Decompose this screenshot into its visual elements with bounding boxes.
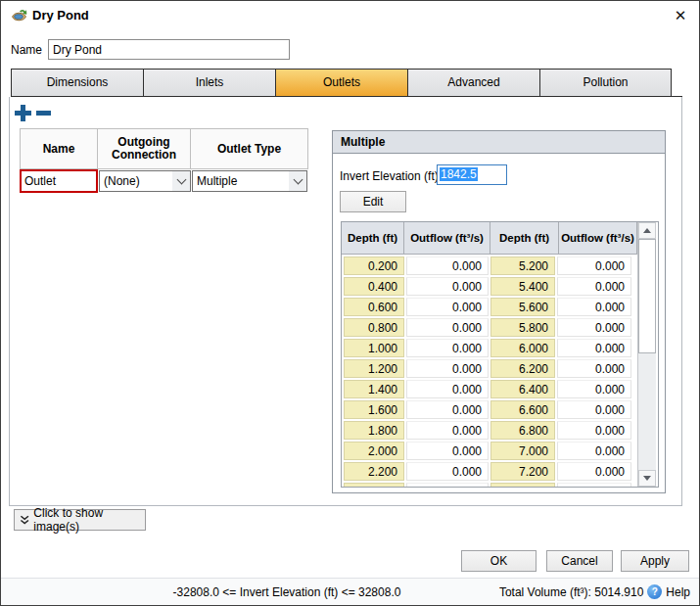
- name-input[interactable]: [48, 39, 290, 60]
- table-row: 1.4000.0006.4000.000: [342, 380, 637, 398]
- help-link[interactable]: Help: [666, 585, 690, 599]
- table-row: 2.2000.0007.2000.000: [342, 462, 637, 481]
- tab-dimensions[interactable]: Dimensions: [11, 69, 143, 97]
- depth-cell[interactable]: 2.200: [344, 462, 404, 481]
- depth-cell[interactable]: 0.800: [344, 318, 404, 337]
- depth-cell[interactable]: 7.200: [490, 462, 555, 481]
- apply-button[interactable]: Apply: [621, 550, 689, 572]
- outlet-type-value: Multiple: [197, 174, 237, 188]
- dry-pond-dialog: Dry Pond ✕ Name Dimensions Inlets Outlet…: [0, 0, 700, 606]
- depth-cell[interactable]: 5.400: [490, 277, 555, 296]
- outflow-table-body: 0.2000.0005.2000.0000.4000.0005.4000.000…: [342, 256, 637, 487]
- outflow-cell[interactable]: 0.000: [406, 318, 489, 337]
- status-right-group: Total Volume (ft³): 5014.910 ? Help: [499, 584, 690, 599]
- outflow-cell[interactable]: 0.000: [406, 298, 489, 316]
- outflow-cell[interactable]: 0.000: [406, 400, 489, 419]
- col-outflow-1: Outflow (ft³/s): [404, 222, 490, 255]
- table-row: 1.6000.0006.6000.000: [342, 400, 637, 419]
- ok-button[interactable]: OK: [461, 550, 537, 572]
- outflow-cell[interactable]: 0.000: [557, 339, 631, 357]
- outflow-cell[interactable]: 0.000: [406, 421, 489, 440]
- tab-pollution[interactable]: Pollution: [539, 69, 672, 97]
- outlet-type-dropdown[interactable]: Multiple: [192, 170, 307, 192]
- outflow-cell[interactable]: 0.000: [557, 421, 631, 440]
- col-outflow-2: Outflow (ft³/s): [559, 222, 637, 255]
- outlet-name-cell[interactable]: Outlet: [20, 169, 98, 193]
- outflow-cell[interactable]: 0.000: [406, 380, 489, 398]
- outflow-cell[interactable]: 0.000: [557, 462, 631, 481]
- remove-outlet-icon[interactable]: [36, 111, 51, 116]
- table-row: 1.2000.0006.2000.000: [342, 359, 637, 378]
- table-row: 2.0000.0007.0000.000: [342, 442, 637, 460]
- outflow-cell[interactable]: 0.000: [406, 359, 489, 378]
- outflow-cell[interactable]: 0.000: [557, 359, 631, 378]
- depth-cell[interactable]: 6.800: [490, 421, 555, 440]
- add-outlet-icon[interactable]: [15, 105, 31, 121]
- tab-inlets[interactable]: Inlets: [143, 69, 275, 97]
- outflow-table-header: Depth (ft) Outflow (ft³/s) Depth (ft) Ou…: [342, 222, 637, 255]
- chevron-down-icon[interactable]: [289, 171, 306, 191]
- table-row: 1.0000.0006.0000.000: [342, 339, 637, 357]
- depth-cell[interactable]: 7.400: [490, 483, 555, 487]
- depth-cell[interactable]: 6.600: [490, 400, 555, 419]
- outflow-cell[interactable]: 0.000: [406, 483, 489, 487]
- depth-cell[interactable]: 6.000: [490, 339, 555, 357]
- outflow-cell[interactable]: 0.000: [406, 462, 489, 481]
- double-chevron-down-icon: [20, 515, 29, 526]
- cancel-button[interactable]: Cancel: [546, 550, 613, 572]
- depth-cell[interactable]: 1.200: [344, 359, 404, 378]
- chevron-down-icon[interactable]: [172, 171, 190, 191]
- depth-cell[interactable]: 2.000: [344, 442, 404, 460]
- outgoing-connection-dropdown[interactable]: (None): [99, 170, 191, 192]
- close-icon[interactable]: ✕: [668, 4, 693, 27]
- depth-cell[interactable]: 1.800: [344, 421, 404, 440]
- outflow-cell[interactable]: 0.000: [557, 380, 631, 398]
- outflow-cell[interactable]: 0.000: [557, 298, 631, 316]
- scroll-down-icon[interactable]: [638, 470, 656, 487]
- edit-button[interactable]: Edit: [340, 191, 406, 212]
- depth-cell[interactable]: 2.400: [344, 483, 404, 487]
- table-row: 0.8000.0005.8000.000: [342, 318, 637, 337]
- outflow-cell[interactable]: 0.000: [557, 400, 631, 419]
- depth-cell[interactable]: 1.600: [344, 400, 404, 419]
- tab-advanced[interactable]: Advanced: [407, 69, 539, 97]
- outflow-cell[interactable]: 0.000: [406, 339, 489, 357]
- depth-cell[interactable]: 6.400: [490, 380, 555, 398]
- depth-cell[interactable]: 6.200: [490, 359, 555, 378]
- depth-cell[interactable]: 5.600: [490, 298, 555, 316]
- scroll-up-icon[interactable]: [638, 222, 656, 239]
- validation-range-text: -32808.0 <= Invert Elevation (ft) <= 328…: [111, 585, 463, 599]
- depth-cell[interactable]: 1.000: [344, 339, 404, 357]
- depth-cell[interactable]: 7.000: [490, 442, 555, 460]
- help-icon[interactable]: ?: [647, 584, 662, 599]
- outflow-cell[interactable]: 0.000: [406, 277, 489, 296]
- outflow-cell[interactable]: 0.000: [557, 318, 631, 337]
- depth-cell[interactable]: 5.800: [490, 318, 555, 337]
- column-header-outgoing-connection: Outgoing Connection: [98, 128, 191, 169]
- column-header-outlet-type: Outlet Type: [191, 128, 308, 169]
- outgoing-connection-value: (None): [104, 174, 140, 188]
- depth-cell[interactable]: 0.200: [344, 256, 404, 275]
- invert-elevation-input[interactable]: 1842.5: [437, 164, 507, 185]
- outflow-cell[interactable]: 0.000: [557, 483, 631, 487]
- window-title: Dry Pond: [32, 1, 89, 30]
- outflow-cell[interactable]: 0.000: [557, 442, 631, 460]
- scrollbar-track[interactable]: [638, 353, 656, 470]
- total-volume-text: Total Volume (ft³): 5014.910: [499, 585, 643, 599]
- depth-cell[interactable]: 0.600: [344, 298, 404, 316]
- outflow-cell[interactable]: 0.000: [557, 256, 631, 275]
- depth-cell[interactable]: 5.200: [490, 256, 555, 275]
- outlet-list-grid: Name Outgoing Connection Outlet Type Out…: [20, 128, 308, 193]
- table-row: 1.8000.0006.8000.000: [342, 421, 637, 440]
- outlet-row: Outlet (None) Multiple: [20, 169, 308, 193]
- depth-cell[interactable]: 0.400: [344, 277, 404, 296]
- vertical-scrollbar[interactable]: [637, 222, 656, 487]
- depth-cell[interactable]: 1.400: [344, 380, 404, 398]
- show-images-button[interactable]: Click to show image(s): [14, 509, 146, 531]
- scrollbar-thumb[interactable]: [638, 239, 656, 353]
- pond-icon: [11, 8, 27, 23]
- tab-outlets[interactable]: Outlets: [275, 69, 407, 97]
- outflow-cell[interactable]: 0.000: [557, 277, 631, 296]
- outflow-cell[interactable]: 0.000: [406, 256, 489, 275]
- outflow-cell[interactable]: 0.000: [406, 442, 489, 460]
